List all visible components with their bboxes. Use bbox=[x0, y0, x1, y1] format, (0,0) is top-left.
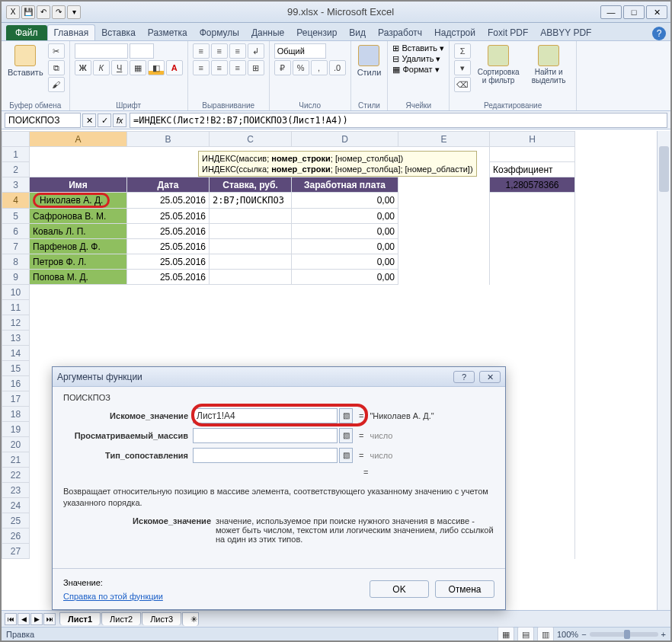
koef-label[interactable]: Коэффициент bbox=[490, 162, 575, 177]
row-18[interactable]: 18 bbox=[2, 407, 30, 422]
row-14[interactable]: 14 bbox=[2, 346, 30, 361]
cell-d9[interactable]: 0,00 bbox=[292, 270, 398, 285]
row-26[interactable]: 26 bbox=[2, 529, 30, 544]
dialog-help-icon[interactable]: ? bbox=[453, 371, 475, 383]
tab-home[interactable]: Главная bbox=[47, 24, 96, 40]
tab-developer[interactable]: Разработч bbox=[372, 25, 428, 40]
row-8[interactable]: 8 bbox=[2, 254, 30, 270]
row-21[interactable]: 21 bbox=[2, 452, 30, 468]
zoom-slider[interactable] bbox=[590, 632, 658, 637]
cell-a4[interactable]: Николаев А. Д. bbox=[30, 193, 127, 209]
dialog-ok-button[interactable]: OK bbox=[370, 580, 429, 598]
cell-b4[interactable]: 25.05.2016 bbox=[127, 193, 210, 209]
cell-b7[interactable]: 25.05.2016 bbox=[127, 239, 210, 254]
row-19[interactable]: 19 bbox=[2, 422, 30, 437]
dialog-cancel-button[interactable]: Отмена bbox=[435, 580, 494, 598]
col-b[interactable]: B bbox=[127, 132, 210, 147]
cell-a7[interactable]: Парфенов Д. Ф. bbox=[30, 239, 127, 254]
tab-review[interactable]: Рецензир bbox=[290, 25, 343, 40]
arg1-ref-icon[interactable]: ▧ bbox=[339, 408, 353, 423]
col-d[interactable]: D bbox=[292, 132, 398, 147]
dialog-close-icon[interactable]: ✕ bbox=[479, 371, 501, 383]
sheet-nav-prev[interactable]: ◀ bbox=[18, 613, 30, 625]
number-format-box[interactable]: Общий bbox=[274, 43, 326, 59]
hdr-rate[interactable]: Ставка, руб. bbox=[210, 177, 292, 193]
cell-a9[interactable]: Попова М. Д. bbox=[30, 270, 127, 285]
copy-icon[interactable]: ⧉ bbox=[48, 60, 65, 75]
excel-icon[interactable]: X bbox=[6, 5, 20, 19]
cells-format[interactable]: ▦ Формат ▾ bbox=[392, 65, 439, 75]
underline-icon[interactable]: Ч bbox=[111, 60, 128, 75]
arg1-input[interactable]: Лист1!A4 bbox=[193, 408, 338, 423]
tab-data[interactable]: Данные bbox=[245, 25, 290, 40]
close-button[interactable]: ✕ bbox=[646, 5, 667, 19]
tab-view[interactable]: Вид bbox=[343, 25, 372, 40]
row-17[interactable]: 17 bbox=[2, 391, 30, 407]
minimize-button[interactable]: — bbox=[600, 5, 622, 19]
italic-icon[interactable]: К bbox=[93, 60, 110, 75]
cell-a8[interactable]: Петров Ф. Л. bbox=[30, 254, 127, 270]
arg3-ref-icon[interactable]: ▧ bbox=[339, 448, 353, 463]
enter-formula-icon[interactable]: ✓ bbox=[98, 113, 111, 127]
row-10[interactable]: 10 bbox=[2, 285, 30, 300]
tab-addins[interactable]: Надстрой bbox=[428, 25, 482, 40]
paste-button[interactable]: Вставить bbox=[6, 43, 45, 78]
cell-b6[interactable]: 25.05.2016 bbox=[127, 224, 210, 239]
row-4[interactable]: 4 bbox=[2, 193, 30, 209]
fill-icon[interactable]: ▾ bbox=[454, 60, 471, 75]
hdr-date[interactable]: Дата bbox=[127, 177, 210, 193]
cell-d8[interactable]: 0,00 bbox=[292, 254, 398, 270]
cell-d6[interactable]: 0,00 bbox=[292, 224, 398, 239]
font-color-icon[interactable]: A bbox=[166, 60, 183, 75]
cell-b9[interactable]: 25.05.2016 bbox=[127, 270, 210, 285]
border-icon[interactable]: ▦ bbox=[130, 60, 146, 75]
maximize-button[interactable]: □ bbox=[623, 5, 645, 19]
cell-a5[interactable]: Сафронова В. М. bbox=[30, 209, 127, 224]
vertical-scrollbar[interactable] bbox=[657, 131, 670, 610]
dialog-titlebar[interactable]: Аргументы функции ? ✕ bbox=[53, 367, 505, 387]
hdr-name[interactable]: Имя bbox=[30, 177, 127, 193]
align-mid-icon[interactable]: ≡ bbox=[211, 43, 228, 59]
font-name-box[interactable] bbox=[75, 43, 128, 59]
align-bot-icon[interactable]: ≡ bbox=[229, 43, 246, 59]
row-7[interactable]: 7 bbox=[2, 239, 30, 254]
fx-icon[interactable]: fx bbox=[113, 113, 126, 127]
cancel-formula-icon[interactable]: ✕ bbox=[82, 113, 96, 127]
sort-filter-button[interactable]: Сортировка и фильтр bbox=[474, 43, 523, 86]
tab-foxit[interactable]: Foxit PDF bbox=[482, 25, 534, 40]
zoom-out-icon[interactable]: − bbox=[581, 630, 586, 639]
bold-icon[interactable]: Ж bbox=[75, 60, 91, 75]
sheet-nav-next[interactable]: ▶ bbox=[30, 613, 43, 625]
new-sheet-icon[interactable]: ✳ bbox=[182, 612, 199, 626]
tab-abbyy[interactable]: ABBYY PDF bbox=[534, 25, 597, 40]
row-3[interactable]: 3 bbox=[2, 177, 30, 193]
row-9[interactable]: 9 bbox=[2, 270, 30, 285]
col-h[interactable]: H bbox=[490, 132, 575, 147]
cells-delete[interactable]: ⊟ Удалить ▾ bbox=[392, 54, 440, 64]
koef-value[interactable]: 1,280578366 bbox=[490, 177, 575, 193]
align-center-icon[interactable]: ≡ bbox=[211, 60, 228, 75]
redo-icon[interactable]: ↷ bbox=[52, 5, 66, 19]
cell-a6[interactable]: Коваль Л. П. bbox=[30, 224, 127, 239]
inc-dec-icon[interactable]: .0 bbox=[329, 60, 346, 75]
autosum-icon[interactable]: Σ bbox=[454, 43, 471, 59]
sheet-nav-first[interactable]: ⏮ bbox=[5, 613, 17, 625]
sheet-nav-last[interactable]: ⏭ bbox=[43, 613, 56, 625]
row-22[interactable]: 22 bbox=[2, 468, 30, 483]
row-16[interactable]: 16 bbox=[2, 376, 30, 391]
fill-color-icon[interactable]: ◧ bbox=[148, 60, 165, 75]
select-all-corner[interactable] bbox=[2, 132, 30, 147]
format-painter-icon[interactable]: 🖌 bbox=[48, 77, 65, 92]
cell-c9[interactable] bbox=[210, 270, 292, 285]
view-break-icon[interactable]: ▥ bbox=[537, 627, 554, 642]
cell-c7[interactable] bbox=[210, 239, 292, 254]
cell-d7[interactable]: 0,00 bbox=[292, 239, 398, 254]
row-15[interactable]: 15 bbox=[2, 361, 30, 376]
tab-layout[interactable]: Разметка bbox=[142, 25, 194, 40]
sheet-tab-3[interactable]: Лист3 bbox=[142, 612, 181, 625]
tab-formulas[interactable]: Формулы bbox=[194, 25, 245, 40]
align-top-icon[interactable]: ≡ bbox=[193, 43, 210, 59]
row-23[interactable]: 23 bbox=[2, 483, 30, 498]
tab-insert[interactable]: Вставка bbox=[95, 25, 142, 40]
row-6[interactable]: 6 bbox=[2, 224, 30, 239]
